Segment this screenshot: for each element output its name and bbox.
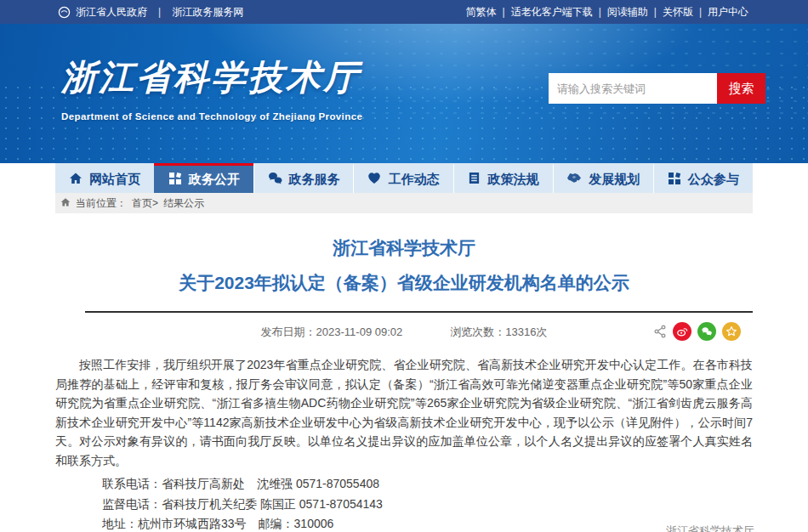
title-divider xyxy=(85,311,753,313)
nav-item-gov-disclosure[interactable]: 政务公开 xyxy=(154,163,253,193)
grid-icon xyxy=(668,172,681,188)
topbar-link-care-version[interactable]: 关怀版 xyxy=(663,6,693,18)
main-navigation: 网站首页 政务公开 政务服务 工作动态 政策法规 发展规划 公众参与 xyxy=(55,163,753,193)
nav-item-label: 网站首页 xyxy=(89,172,140,188)
chat-bubbles-icon xyxy=(268,172,282,188)
nav-item-label: 政务公开 xyxy=(189,172,240,188)
site-logo[interactable]: 浙江省科学技术厅 Department of Science and Techn… xyxy=(61,54,362,122)
nav-item-label: 发展规划 xyxy=(589,172,640,188)
gov-emblem-icon xyxy=(58,6,71,19)
contact-phone-line: 联系电话：省科技厅高新处 沈维强 0571-87055408 xyxy=(102,474,753,495)
document-icon xyxy=(468,172,481,187)
nav-item-public-participation[interactable]: 公众参与 xyxy=(653,163,753,193)
breadcrumb: 当前位置： 首页> 结果公示 xyxy=(55,193,753,213)
nav-item-policies[interactable]: 政策法规 xyxy=(453,163,553,193)
nav-item-label: 政策法规 xyxy=(487,172,538,188)
contact-block: 联系电话：省科技厅高新处 沈维强 0571-87055408 监督电话：省科技厅… xyxy=(55,474,753,532)
article-title-line2: 关于2023年拟认定（备案）省级企业研发机构名单的公示 xyxy=(55,270,753,296)
site-name: 浙江省科学技术厅 xyxy=(61,54,362,101)
breadcrumb-label: 当前位置： xyxy=(76,196,127,211)
separator: | xyxy=(599,6,601,18)
article-paragraph: 按照工作安排，我厅组织开展了2023年省重点企业研究院、省企业研究院、省高新技术… xyxy=(55,355,753,470)
publish-date-value: 2023-11-09 09:02 xyxy=(316,325,403,338)
article: 浙江省科学技术厅 关于2023年拟认定（备案）省级企业研发机构名单的公示 发布日… xyxy=(55,213,753,532)
topbar-link-service-portal[interactable]: 浙江政务服务网 xyxy=(172,5,243,20)
views-label: 浏览次数： xyxy=(450,325,505,338)
views-value: 13316次 xyxy=(505,325,547,338)
search-bar: 搜索 xyxy=(549,73,765,104)
site-name-english: Department of Science and Technology of … xyxy=(61,111,362,122)
breadcrumb-current: 结果公示 xyxy=(163,196,204,211)
home-small-icon xyxy=(60,197,71,210)
nav-item-work-updates[interactable]: 工作动态 xyxy=(353,163,452,193)
nav-item-label: 政务服务 xyxy=(289,172,340,188)
heart-icon xyxy=(367,172,381,187)
article-meta: 发布日期：2023-11-09 09:02 浏览次数：13316次 xyxy=(55,322,753,342)
site-banner: 浙江省科学技术厅 Department of Science and Techn… xyxy=(0,24,808,163)
home-icon xyxy=(69,172,83,188)
topbar-link-reading-aid[interactable]: 阅读辅助 xyxy=(607,6,648,18)
separator: | xyxy=(699,6,702,18)
search-button[interactable]: 搜索 xyxy=(717,73,765,104)
topbar-link-simplified-traditional[interactable]: 简繁体 xyxy=(466,6,497,18)
weibo-icon[interactable] xyxy=(673,322,691,341)
nav-item-gov-services[interactable]: 政务服务 xyxy=(253,163,353,193)
share-icon[interactable] xyxy=(653,325,667,338)
breadcrumb-home-link[interactable]: 首页> xyxy=(132,196,158,211)
topbar-link-user-center[interactable]: 用户中心 xyxy=(708,6,748,18)
supervision-phone-line: 监督电话：省科技厅机关纪委 陈国正 0571-87054143 xyxy=(102,495,753,515)
wechat-icon[interactable] xyxy=(697,322,716,341)
separator: | xyxy=(503,6,505,18)
address-line: 地址：杭州市环城西路33号 邮编：310006 xyxy=(102,514,753,532)
search-input[interactable] xyxy=(549,73,717,104)
handshake-icon xyxy=(566,172,582,187)
qzone-icon[interactable] xyxy=(722,322,741,341)
topbar-link-elderly-client[interactable]: 适老化客户端下载 xyxy=(511,6,593,18)
nav-item-home[interactable]: 网站首页 xyxy=(55,163,154,193)
topbar-link-gov-portal[interactable]: 浙江省人民政府 xyxy=(76,5,147,20)
publish-date-label: 发布日期： xyxy=(261,325,316,338)
nav-item-label: 公众参与 xyxy=(688,172,739,188)
article-title-line1: 浙江省科学技术厅 xyxy=(55,235,753,261)
footer-site-name: 浙江省科学技术厅 xyxy=(666,524,754,532)
separator: | xyxy=(158,6,161,18)
separator: | xyxy=(654,6,657,18)
grid-icon xyxy=(168,172,182,188)
nav-item-development-plans[interactable]: 发展规划 xyxy=(553,163,652,193)
nav-item-label: 工作动态 xyxy=(388,172,439,188)
top-utility-bar: 浙江省人民政府 | 浙江政务服务网 简繁体|适老化客户端下载|阅读辅助|关怀版|… xyxy=(0,0,808,24)
